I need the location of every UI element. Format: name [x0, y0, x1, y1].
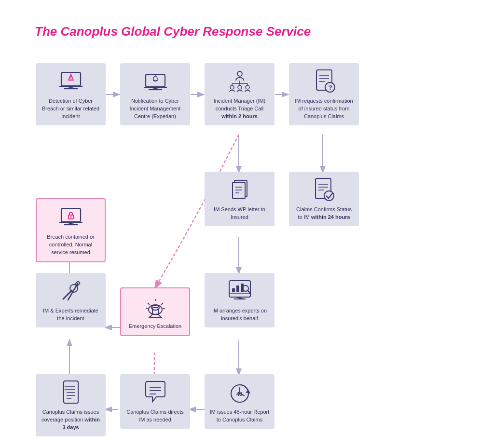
box-im-requests-label: IM requests confirmation of insured stat… — [294, 97, 354, 121]
box-triage-label: Incident Manager (IM) conducts Triage Ca… — [209, 97, 270, 121]
svg-line-89 — [66, 389, 67, 390]
box-48-report: 48 IM issues 48-hour Report to Canoplus … — [205, 374, 274, 429]
document-question-icon: ? — [312, 69, 337, 94]
svg-rect-47 — [152, 308, 158, 314]
svg-text:?: ? — [329, 84, 332, 91]
svg-point-33 — [246, 85, 249, 89]
box-arrange-experts: IM arranges experts on insured's behalf — [205, 273, 274, 327]
flow-diagram: Detection of Cyber Breach or similar rel… — [35, 54, 459, 448]
laptop-lock-icon — [58, 205, 83, 230]
box-breach-contained: Breach contained or controlled. Normal s… — [36, 198, 106, 262]
svg-line-50 — [148, 303, 150, 305]
box-arrange-experts-label: IM arranges experts on insured's behalf — [209, 307, 270, 323]
box-48-report-label: IM issues 48-hour Report to Canoplus Cla… — [209, 408, 270, 424]
clock-48-icon: 48 — [227, 380, 252, 405]
page-title: The Canoplus Global Cyber Response Servi… — [35, 24, 459, 39]
box-emergency: Emergency Escalation — [120, 287, 190, 336]
box-notification-label: Notification to Cyber Incident Managemen… — [125, 97, 185, 121]
svg-rect-80 — [64, 381, 78, 403]
svg-rect-76 — [236, 285, 239, 292]
box-triage: Incident Manager (IM) conducts Triage Ca… — [205, 63, 274, 125]
box-emergency-label: Emergency Escalation — [129, 323, 181, 330]
box-breach-contained-label: Breach contained or controlled. Normal s… — [41, 233, 100, 257]
svg-marker-96 — [246, 390, 250, 394]
box-wp-letter: IM Sends WP letter to Insured — [205, 172, 274, 226]
bell-laptop-icon — [143, 69, 168, 94]
svg-point-66 — [324, 191, 334, 201]
alarm-icon — [143, 294, 168, 319]
document-check-icon — [312, 177, 337, 203]
chat-lines-icon — [143, 380, 168, 405]
org-chart-icon — [227, 69, 252, 94]
svg-text:48: 48 — [236, 391, 242, 397]
box-claims-status-label: Claims Confirms Status to IM within 24 h… — [294, 206, 354, 221]
svg-line-79 — [248, 291, 250, 293]
svg-line-87 — [66, 386, 67, 387]
svg-rect-75 — [232, 288, 235, 292]
box-directs-im-label: Canoplus Claims directs IM as needed — [125, 408, 185, 424]
box-im-requests: ? IM requests confirmation of insured st… — [289, 63, 359, 125]
checklist-icon — [58, 380, 83, 405]
box-remediate: IM & Experts remediate the incident — [36, 273, 106, 327]
svg-point-19 — [70, 79, 71, 80]
box-directs-im: Canoplus Claims directs IM as needed — [120, 374, 190, 429]
documents-icon — [227, 177, 252, 203]
box-coverage-label: Canoplus Claims issues coverage position… — [41, 408, 101, 432]
box-detection: Detection of Cyber Breach or similar rel… — [36, 63, 106, 125]
box-notification: Notification to Cyber Incident Managemen… — [120, 63, 190, 125]
svg-line-51 — [161, 303, 163, 305]
svg-point-45 — [70, 217, 71, 218]
box-claims-status: Claims Confirms Status to IM within 24 h… — [289, 172, 359, 226]
svg-rect-58 — [233, 182, 245, 199]
laptop-warning-icon — [58, 69, 83, 94]
box-coverage: Canoplus Claims issues coverage position… — [36, 374, 106, 436]
tools-icon — [58, 279, 83, 304]
svg-point-32 — [238, 85, 242, 89]
box-detection-label: Detection of Cyber Breach or similar rel… — [41, 97, 101, 121]
box-wp-letter-label: IM Sends WP letter to Insured — [209, 206, 270, 221]
svg-point-25 — [237, 71, 242, 76]
box-remediate-label: IM & Experts remediate the incident — [41, 307, 101, 323]
search-chart-icon — [227, 279, 252, 304]
svg-point-31 — [230, 85, 234, 89]
page-container: The Canoplus Global Cyber Response Servi… — [15, 10, 479, 448]
